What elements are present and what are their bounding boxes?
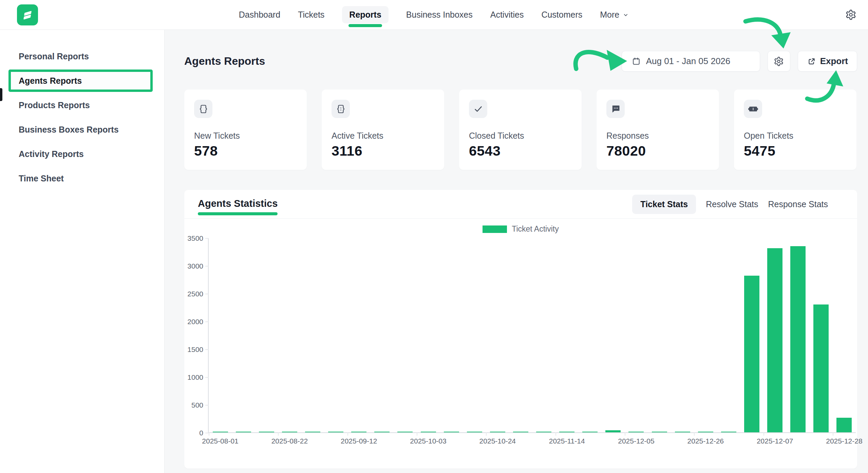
chart-bar [559,432,574,432]
stat-card-value: 78020 [606,143,709,159]
sidebar-item-time-sheet[interactable]: Time Sheet [0,166,164,191]
chart-bar [351,432,366,432]
stat-card-value: 5475 [744,143,847,159]
logo-glyph [24,12,31,19]
x-axis-tick [763,432,764,436]
sidebar-item-business-boxes-reports[interactable]: Business Boxes Reports [0,117,164,142]
sidebar-item-label: Personal Reports [19,52,89,61]
stat-card-label: New Tickets [194,131,297,141]
chart-bar [213,432,228,432]
nav-item-label: Reports [349,10,381,20]
x-axis-tick-label: 2025-08-22 [271,437,308,445]
tab-response-stats[interactable]: Response Stats [768,199,828,209]
active-item-edge-indicator [0,88,2,101]
y-axis-tick-label: 1500 [187,346,203,354]
x-axis-tick-label: 2025-10-03 [410,437,446,445]
export-label: Export [820,56,848,66]
summary-cards-row: New Tickets578Active Tickets3116Closed T… [184,90,857,170]
chart-bar [698,432,713,432]
chart-bar [628,432,644,432]
date-range-value: Aug 01 - Jan 05 2026 [646,56,731,66]
nav-item-dashboard[interactable]: Dashboard [239,10,280,20]
chart-bar [675,432,690,432]
sidebar-item-agents-reports[interactable]: Agents Reports [8,70,153,92]
nav-item-activities[interactable]: Activities [490,10,524,20]
chart-bar [467,432,482,432]
y-axis-tick [205,433,209,433]
stat-card-closed-tickets: Closed Tickets6543 [459,90,582,170]
nav-item-tickets[interactable]: Tickets [298,10,324,20]
tab-ticket-stats[interactable]: Ticket Stats [632,195,696,214]
sidebar-item-products-reports[interactable]: Products Reports [0,93,164,117]
chart-bar [767,248,782,432]
nav-item-more[interactable]: More [600,10,629,20]
chart-bar [605,430,621,432]
x-axis-tick [278,432,279,436]
x-axis-tick-label: 2025-11-14 [549,437,585,445]
main-content: Agents Reports Aug 01 - Jan 05 2026 [165,30,868,473]
x-axis-tick-label: 2025-10-24 [479,437,516,445]
nav-item-customers[interactable]: Customers [541,10,582,20]
chevron-down-icon [622,12,629,18]
y-axis-tick [205,294,209,294]
stat-card-label: Closed Tickets [469,131,572,141]
sidebar-item-activity-reports[interactable]: Activity Reports [0,142,164,166]
stat-card-label: Responses [606,131,709,141]
ticket-outline-icon [194,100,212,118]
chat-bubble-icon [606,100,625,118]
legend-swatch [483,225,507,233]
date-range-picker[interactable]: Aug 01 - Jan 05 2026 [622,51,760,72]
y-axis-tick-label: 0 [199,429,203,437]
nav-item-label: Business Inboxes [406,10,473,20]
sidebar-item-label: Agents Reports [19,76,82,86]
chart-bar [259,432,274,432]
chart-bar [397,432,413,432]
sidebar-item-label: Products Reports [19,100,90,110]
fluent-support-logo[interactable] [17,4,38,25]
stat-card-value: 578 [194,143,297,159]
x-axis-tick [486,432,487,436]
report-settings-button[interactable] [768,51,790,72]
y-axis-tick-label: 3000 [187,262,203,270]
page-title: Agents Reports [184,55,265,67]
agents-statistics-panel: Agents Statistics Ticket StatsResolve St… [184,190,857,469]
legend-label: Ticket Activity [512,224,559,234]
gear-icon[interactable] [845,9,856,20]
chart-bar [236,432,251,432]
nav-item-business-inboxes[interactable]: Business Inboxes [406,10,473,20]
sidebar-item-label: Activity Reports [19,149,84,159]
sidebar-list: Personal ReportsAgents ReportsProducts R… [0,44,164,191]
stat-card-open-tickets: Open Tickets5475 [734,90,856,170]
y-axis-tick-label: 500 [191,401,203,409]
x-axis-tick [694,432,695,436]
x-axis-tick-label: 2025-09-12 [341,437,377,445]
chart-bar [744,276,759,432]
x-axis-tick [625,432,625,436]
sidebar-item-label: Time Sheet [19,174,64,183]
tab-resolve-stats[interactable]: Resolve Stats [706,199,758,209]
main-nav: DashboardTicketsReportsBusiness InboxesA… [239,6,629,23]
chart-bar [790,246,806,432]
calendar-icon [631,57,641,66]
panel-title: Agents Statistics [198,198,278,209]
chart-bar [813,304,829,432]
x-axis-tick-label: 2025-12-28 [826,437,862,445]
x-axis-tick [833,432,833,436]
nav-item-reports[interactable]: Reports [342,6,388,23]
x-axis-tick [555,432,556,436]
x-axis-tick-label: 2025-12-05 [618,437,654,445]
stat-card-responses: Responses78020 [597,90,719,170]
nav-item-label: More [600,10,619,20]
x-axis-tick-label: 2025-08-01 [202,437,238,445]
chart-bar [305,432,320,432]
chart-bar [513,432,528,432]
y-axis-tick [205,321,209,322]
chart-bar [836,418,852,432]
export-button[interactable]: Export [798,51,857,72]
sidebar-item-personal-reports[interactable]: Personal Reports [0,44,164,68]
x-axis-tick-label: 2025-12-26 [687,437,724,445]
y-axis-tick-label: 3500 [187,234,203,242]
x-axis-tick-label: 2025-12-07 [757,437,793,445]
gear-icon [774,56,784,66]
export-icon [807,57,816,66]
